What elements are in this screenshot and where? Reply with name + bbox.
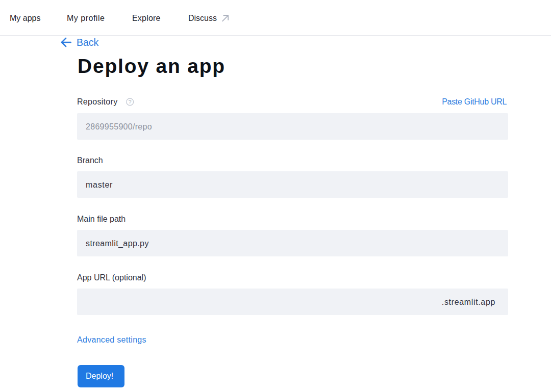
- svg-text:?: ?: [129, 99, 132, 105]
